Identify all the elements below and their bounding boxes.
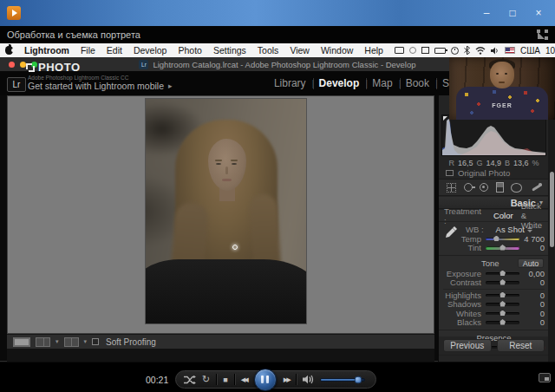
contrast-slider[interactable] [486,281,519,284]
radial-filter-icon[interactable] [511,183,522,193]
volume-menubar-icon[interactable] [491,47,500,55]
blacks-row: Blacks 0 [443,318,545,328]
spot-removal-icon[interactable] [464,183,473,192]
menu-help[interactable]: Help [364,45,383,56]
menu-edit[interactable]: Edit [107,45,122,56]
volume-slider-thumb[interactable] [354,376,362,383]
compare-caret-icon[interactable]: ▾ [84,338,88,345]
temp-slider[interactable] [486,238,519,241]
tint-slider[interactable] [486,246,519,250]
battery-percent-label[interactable]: 100 % [545,46,555,56]
module-picker: Library | Develop | Map | Book | S [274,77,449,89]
menu-app[interactable]: Lightroom [24,45,69,56]
macos-menubar: Lightroom File Edit Develop Photo Settin… [0,43,555,57]
lr-mobile-promo[interactable]: Get started with Lightroom mobile ▸ [28,81,173,91]
scrollbar-thumb[interactable] [550,172,554,247]
camera-icon[interactable] [409,47,416,54]
bluetooth-icon[interactable] [464,46,470,55]
timemachine-icon[interactable] [451,47,459,55]
histogram[interactable] [441,114,546,156]
develop-canvas[interactable] [7,95,434,334]
pip-button[interactable] [539,373,551,382]
wb-label: WB : [466,225,484,234]
before-after-icon[interactable] [36,337,50,347]
lr-edition-label: Adobe Photoshop Lightroom Classic CC [28,75,128,81]
repeat-button[interactable]: ↻ [202,375,210,384]
whites-slider[interactable] [486,312,519,316]
original-photo-label: Original Photo [458,168,510,178]
pause-button[interactable] [254,369,277,391]
menu-photo[interactable]: Photo [178,45,201,56]
highlights-row: Highlights 0 [443,291,545,300]
red-eye-icon[interactable] [480,183,488,192]
temp-slider-thumb[interactable] [493,236,500,242]
tint-slider-row: Tint 0 [443,244,545,253]
module-book[interactable]: Book [406,77,429,89]
window-icon[interactable] [421,47,429,54]
exposure-row: Exposure 0,00 [443,269,545,278]
module-develop[interactable]: Develop [319,77,360,89]
portrait-photo [146,99,306,323]
original-photo-row: Original Photo [446,168,510,178]
playback-time: 00:21 [146,375,168,385]
input-language-label[interactable]: США [520,46,540,56]
exposure-slider[interactable] [486,272,519,276]
module-library[interactable]: Library [274,77,306,89]
menu-tools[interactable]: Tools [258,45,279,56]
us-flag-icon[interactable] [505,47,515,54]
module-map[interactable]: Map [372,77,392,89]
player-app-icon [7,6,21,20]
previous-button[interactable]: Previous [443,339,492,352]
lr-main-area: ▾ ▾ Soft Proofing R16,5 [0,95,555,362]
minimize-button[interactable]: – [473,0,500,26]
loupe-view-icon[interactable] [13,337,30,347]
tint-slider-thumb[interactable] [500,245,506,251]
stop-button[interactable]: ■ [223,376,227,384]
wb-sample-marker[interactable] [232,245,238,250]
close-traffic-light[interactable] [9,62,15,68]
close-button[interactable]: × [526,0,552,26]
blacks-slider[interactable] [486,321,519,324]
playlist-toggle-icon[interactable] [537,29,548,40]
watermark-bracket-icon [26,63,35,72]
wb-select[interactable]: As Shot [496,225,532,234]
menu-view[interactable]: View [290,45,310,56]
menu-file[interactable]: File [81,45,95,56]
menu-develop[interactable]: Develop [134,45,167,56]
panel-scrollbar[interactable] [548,95,555,362]
minimize-traffic-light[interactable] [20,62,26,68]
module-slideshow[interactable]: S [442,77,449,89]
display-icon[interactable] [395,47,404,54]
treatment-color-option[interactable]: Color [493,211,513,220]
menu-window[interactable]: Window [321,45,353,56]
compare-view-icon[interactable] [64,337,79,347]
auto-tone-button[interactable]: Auto [518,258,544,268]
shadows-slider[interactable] [486,303,519,306]
crop-overlay-icon[interactable] [447,183,456,193]
maximize-button[interactable]: □ [500,0,526,26]
apple-menu-icon[interactable] [5,46,13,55]
wifi-icon[interactable] [475,47,486,55]
shuffle-button[interactable] [184,376,196,384]
webcam-overlay: FGER [449,57,555,120]
whites-row: Whites 0 [443,309,545,318]
wb-eyedropper-icon[interactable] [443,225,458,240]
volume-icon[interactable] [303,375,314,384]
menu-settings[interactable]: Settings [213,45,246,56]
graduated-filter-icon[interactable] [496,182,504,193]
soft-proofing-checkbox[interactable] [92,338,99,345]
reset-button[interactable]: Reset [497,339,545,352]
adjustment-brush-icon[interactable] [530,183,541,192]
wb-select-arrows-icon [527,226,532,232]
rgb-readout: R16,5 G14,9 B13,6 % [439,159,549,167]
rewind-button[interactable]: ◂◂ [241,374,247,385]
tone-label: Tone [481,258,500,268]
forward-button[interactable]: ▸▸ [284,374,290,385]
player-titlebar: – □ × [0,0,555,26]
highlights-slider[interactable] [486,294,519,297]
filmstrip-collapsed[interactable] [7,349,434,362]
volume-slider[interactable] [320,378,365,382]
basic-panel-body: Treatment : Color Black & White WB : As … [439,210,549,336]
battery-outline-icon[interactable] [434,48,446,54]
before-after-caret-icon[interactable]: ▾ [56,338,59,345]
